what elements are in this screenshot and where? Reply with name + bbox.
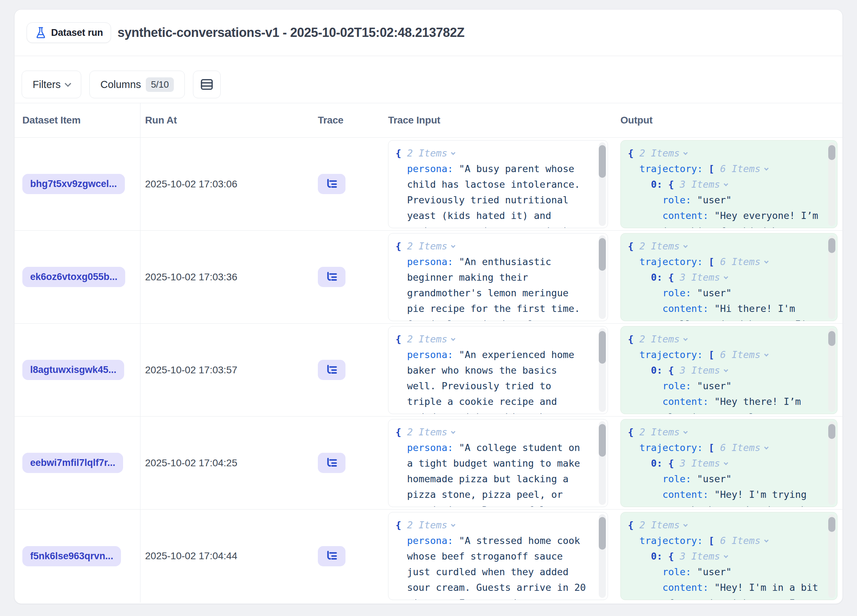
scrollbar-thumb[interactable]: [828, 517, 835, 532]
scrollbar-track[interactable]: [599, 328, 606, 412]
output-json-viewer[interactable]: { 2 Itemstrajectory: [ 6 Items0: { 3 Ite…: [620, 233, 837, 321]
chevron-down-icon[interactable]: [683, 429, 688, 434]
chevron-down-icon[interactable]: [724, 554, 728, 558]
open-trace-button[interactable]: [318, 453, 345, 473]
chevron-down-icon[interactable]: [451, 150, 455, 155]
scrollbar-track[interactable]: [828, 235, 835, 319]
scrollbar-thumb[interactable]: [828, 424, 835, 439]
list-tree-icon: [325, 177, 339, 191]
scrollbar-track[interactable]: [599, 514, 606, 598]
scrollbar-thumb[interactable]: [828, 238, 835, 253]
chevron-down-icon[interactable]: [451, 336, 455, 341]
rows-icon: [200, 77, 214, 91]
scrollbar-track[interactable]: [828, 328, 835, 412]
items-count-toggle[interactable]: 2 Items: [640, 520, 680, 531]
scrollbar-thumb[interactable]: [599, 238, 606, 271]
items-count-toggle[interactable]: 2 Items: [407, 427, 448, 438]
chevron-down-icon[interactable]: [683, 243, 688, 248]
list-tree-icon: [325, 456, 339, 470]
json-punctuation: [: [709, 442, 721, 453]
chevron-down-icon[interactable]: [724, 182, 728, 186]
dataset-item-link[interactable]: l8agtuwxisgwk45...: [22, 360, 124, 380]
json-string: grandmother's lemon meringue: [407, 288, 569, 299]
json-string: a tight budget wanting to make: [407, 458, 580, 469]
scrollbar-track[interactable]: [828, 421, 835, 505]
items-count-toggle[interactable]: 2 Items: [640, 148, 680, 159]
items-count-toggle[interactable]: 3 Items: [680, 551, 720, 562]
chevron-down-icon[interactable]: [451, 429, 455, 434]
scrollbar-thumb[interactable]: [828, 145, 835, 160]
scrollbar-track[interactable]: [828, 142, 835, 226]
items-count-toggle[interactable]: 6 Items: [720, 349, 761, 360]
open-trace-button[interactable]: [318, 360, 345, 380]
json-key: role:: [663, 288, 698, 299]
trace-input-json-viewer[interactable]: { 2 Itemspersona: "A college student ona…: [388, 419, 608, 507]
items-count-toggle[interactable]: 6 Items: [720, 442, 761, 453]
scrollbar-thumb[interactable]: [599, 517, 606, 549]
chevron-down-icon[interactable]: [764, 352, 769, 357]
output-json-viewer[interactable]: { 2 Itemstrajectory: [ 6 Items0: { 3 Ite…: [620, 419, 837, 507]
dataset-item-link[interactable]: eebwi7mfil7lqlf7r...: [22, 453, 123, 473]
items-count-toggle[interactable]: 2 Items: [640, 241, 680, 252]
json-key: persona:: [407, 442, 459, 453]
items-count-toggle[interactable]: 2 Items: [407, 241, 448, 252]
trace-input-json-viewer[interactable]: { 2 Itemspersona: "An experienced homeba…: [388, 326, 608, 414]
json-punctuation: {: [396, 148, 407, 159]
output-json-viewer[interactable]: { 2 Itemstrajectory: [ 6 Items0: { 3 Ite…: [620, 140, 837, 228]
chevron-down-icon[interactable]: [764, 259, 769, 264]
scrollbar-track[interactable]: [599, 142, 606, 226]
chevron-down-icon[interactable]: [724, 461, 728, 465]
items-count-toggle[interactable]: 3 Items: [680, 365, 720, 376]
items-count-toggle[interactable]: 3 Items: [680, 179, 720, 190]
chevron-down-icon[interactable]: [451, 522, 455, 527]
scrollbar-thumb[interactable]: [599, 145, 606, 178]
items-count-toggle[interactable]: 6 Items: [720, 163, 761, 174]
items-count-toggle[interactable]: 2 Items: [407, 520, 448, 531]
json-key: role:: [663, 381, 698, 392]
dataset-item-link[interactable]: f5nk6lse963qrvn...: [22, 546, 121, 566]
json-string: cashew cream (too expensive): [407, 226, 569, 228]
scrollbar-track[interactable]: [599, 421, 606, 505]
chevron-down-icon[interactable]: [724, 275, 728, 279]
scrollbar-track[interactable]: [599, 235, 606, 319]
chevron-down-icon[interactable]: [764, 166, 769, 171]
scrollbar-thumb[interactable]: [599, 331, 606, 364]
dataset-item-link[interactable]: bhg7t5xv9zgwcel...: [22, 174, 125, 194]
filters-button[interactable]: Filters: [22, 71, 81, 98]
json-string: child has lactose intolerance.: [407, 179, 580, 190]
dataset-item-link[interactable]: ek6oz6vtoxg055b...: [22, 267, 125, 287]
scrollbar-track[interactable]: [828, 514, 835, 598]
items-count-toggle[interactable]: 2 Items: [407, 334, 448, 345]
chevron-down-icon[interactable]: [764, 445, 769, 450]
open-trace-button[interactable]: [318, 174, 345, 194]
trace-input-json-viewer[interactable]: { 2 Itemspersona: "A busy parent whosech…: [388, 140, 608, 228]
scrollbar-thumb[interactable]: [599, 424, 606, 457]
scrollbar-thumb[interactable]: [828, 331, 835, 346]
items-count-toggle[interactable]: 2 Items: [640, 427, 680, 438]
chevron-down-icon[interactable]: [683, 150, 688, 155]
json-string: Genuinely excited to learn: [407, 319, 557, 321]
json-punctuation: {: [396, 427, 407, 438]
json-key: content:: [663, 489, 715, 500]
items-count-toggle[interactable]: 3 Items: [680, 272, 720, 283]
output-json-viewer[interactable]: { 2 Itemstrajectory: [ 6 Items0: { 3 Ite…: [620, 326, 837, 414]
columns-button[interactable]: Columns 5/10: [90, 71, 185, 98]
items-count-toggle[interactable]: 2 Items: [640, 334, 680, 345]
items-count-toggle[interactable]: 3 Items: [680, 458, 720, 469]
row-height-button[interactable]: [193, 71, 221, 98]
chevron-down-icon[interactable]: [451, 243, 455, 248]
items-count-toggle[interactable]: 2 Items: [407, 148, 448, 159]
open-trace-button[interactable]: [318, 267, 345, 287]
chevron-down-icon[interactable]: [683, 522, 688, 527]
chevron-down-icon[interactable]: [683, 336, 688, 341]
json-punctuation: 0: {: [651, 365, 680, 376]
output-json-viewer[interactable]: { 2 Itemstrajectory: [ 6 Items0: { 3 Ite…: [620, 512, 837, 600]
items-count-toggle[interactable]: 6 Items: [720, 256, 761, 267]
trace-input-json-viewer[interactable]: { 2 Itemspersona: "A stressed home cookw…: [388, 512, 608, 600]
trace-input-json-viewer[interactable]: { 2 Itemspersona: "An enthusiasticbeginn…: [388, 233, 608, 321]
items-count-toggle[interactable]: 6 Items: [720, 535, 761, 546]
chevron-down-icon[interactable]: [724, 368, 728, 372]
json-punctuation: {: [628, 241, 640, 252]
open-trace-button[interactable]: [318, 546, 345, 566]
chevron-down-icon[interactable]: [764, 538, 769, 543]
